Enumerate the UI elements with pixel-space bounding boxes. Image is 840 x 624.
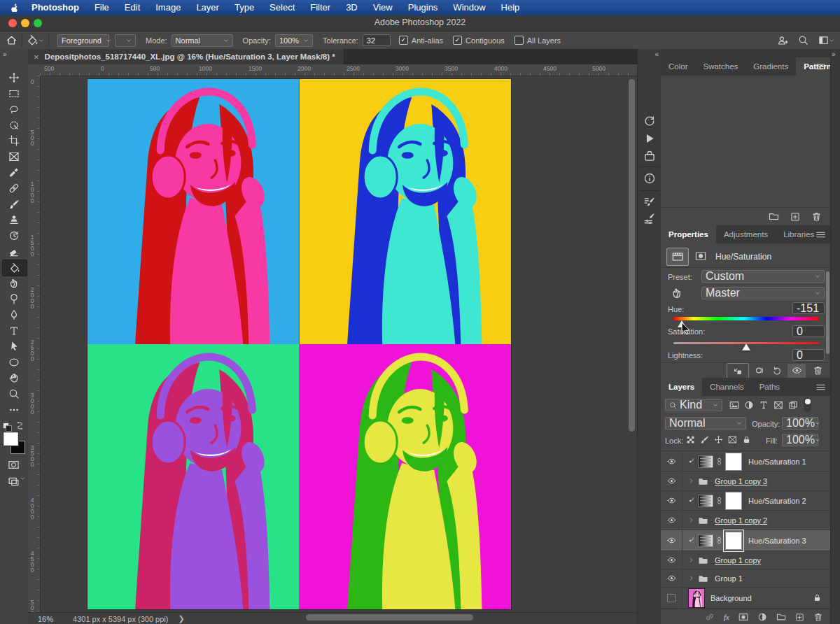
panel-info-button[interactable] bbox=[643, 172, 656, 185]
layer-row-hue-saturation-3[interactable]: Hue/Saturation 3 bbox=[661, 530, 830, 551]
layer-name[interactable]: Group 1 bbox=[715, 574, 743, 583]
tool-object-selection[interactable] bbox=[2, 118, 26, 133]
menu-photoshop[interactable]: Photoshop bbox=[30, 0, 87, 15]
menu-help[interactable]: Help bbox=[493, 0, 528, 15]
panel-brushes-button[interactable] bbox=[643, 212, 656, 225]
layers-panel-menu-icon[interactable] bbox=[816, 383, 826, 391]
quadrant-top-left[interactable] bbox=[88, 79, 300, 344]
checkbox-contiguous[interactable]: ✓Contiguous bbox=[453, 36, 505, 45]
lock-transparency-button[interactable] bbox=[686, 435, 696, 445]
tool-healing-brush[interactable] bbox=[2, 180, 26, 196]
layer-name[interactable]: Hue/Saturation 2 bbox=[748, 497, 806, 505]
layer-mask-thumbnail[interactable] bbox=[725, 532, 742, 550]
screen-mode-button[interactable] bbox=[8, 476, 25, 488]
tab-swatches[interactable]: Swatches bbox=[695, 57, 746, 76]
apple-menu[interactable] bbox=[10, 3, 20, 13]
tool-brush[interactable] bbox=[2, 197, 26, 212]
layer-opacity-dropdown[interactable]: 100% bbox=[782, 417, 818, 430]
layer-row-group-1-copy-3[interactable]: Group 1 copy 3 bbox=[661, 471, 830, 491]
document-image[interactable] bbox=[88, 79, 511, 609]
tool-smudge[interactable] bbox=[2, 276, 26, 291]
delete-layer-button[interactable] bbox=[813, 612, 823, 622]
close-document-icon[interactable]: × bbox=[34, 52, 39, 62]
tab-libraries[interactable]: Libraries bbox=[776, 225, 822, 243]
expand-group-icon[interactable] bbox=[688, 575, 694, 581]
checkbox-all-layers[interactable]: All Layers bbox=[514, 36, 561, 45]
tool-more[interactable] bbox=[2, 402, 26, 418]
expand-group-icon[interactable] bbox=[688, 517, 694, 523]
mode-dropdown[interactable]: Normal bbox=[172, 34, 233, 47]
new-layer-button[interactable] bbox=[795, 613, 804, 622]
expand-dock-icon[interactable]: » bbox=[832, 50, 836, 58]
tool-ellipse[interactable] bbox=[2, 355, 26, 370]
panel-history-button[interactable] bbox=[643, 115, 656, 127]
filter-pixel-layers-button[interactable] bbox=[729, 400, 739, 410]
home-button[interactable] bbox=[6, 34, 18, 46]
hue-value-input[interactable]: -151 bbox=[792, 302, 825, 314]
layer-thumbnail[interactable] bbox=[688, 588, 705, 608]
link-layers-button[interactable] bbox=[705, 612, 715, 622]
menu-select[interactable]: Select bbox=[262, 0, 302, 15]
tool-lasso[interactable] bbox=[2, 101, 26, 117]
delete-adjustment-button[interactable] bbox=[813, 365, 823, 376]
clip-to-layer-button[interactable] bbox=[727, 363, 749, 378]
adjustment-properties-button[interactable] bbox=[666, 248, 689, 266]
lock-all-button[interactable] bbox=[742, 435, 752, 445]
blend-mode-dropdown[interactable]: Normal bbox=[665, 417, 746, 430]
menu-image[interactable]: Image bbox=[148, 0, 188, 15]
panel-libraries-button[interactable] bbox=[643, 150, 656, 162]
panel-brush-settings-button[interactable] bbox=[643, 196, 656, 208]
lightness-value-input[interactable]: 0 bbox=[792, 349, 825, 361]
channel-dropdown[interactable]: Master bbox=[701, 287, 825, 299]
layer-row-hue-saturation-2[interactable]: Hue/Saturation 2 bbox=[661, 491, 830, 511]
properties-panel-menu-icon[interactable] bbox=[816, 231, 826, 239]
tool-clone-stamp[interactable] bbox=[2, 212, 26, 227]
patterns-panel-menu-icon[interactable] bbox=[816, 63, 826, 71]
expand-group-icon[interactable] bbox=[688, 557, 694, 563]
menu-filter[interactable]: Filter bbox=[302, 0, 338, 15]
layer-visibility-toggle[interactable] bbox=[661, 574, 682, 583]
targeted-adjustment-button[interactable] bbox=[671, 287, 689, 302]
tool-icon-button[interactable] bbox=[27, 34, 44, 46]
new-pattern-group-button[interactable] bbox=[769, 211, 779, 222]
layer-row-background[interactable]: Background bbox=[661, 588, 830, 609]
menu-plugins[interactable]: Plugins bbox=[400, 0, 446, 15]
layer-name[interactable]: Group 1 copy bbox=[715, 556, 761, 565]
tab-paths[interactable]: Paths bbox=[752, 378, 788, 396]
foreground-color-swatch[interactable] bbox=[4, 432, 18, 446]
layer-row-hue-saturation-1[interactable]: Hue/Saturation 1 bbox=[661, 452, 830, 471]
status-chevron-icon[interactable]: ❯ bbox=[178, 614, 184, 623]
tab-gradients[interactable]: Gradients bbox=[746, 57, 796, 76]
tool-path-selection[interactable] bbox=[2, 339, 26, 354]
fill-source-dropdown[interactable]: Foreground bbox=[57, 34, 109, 47]
lock-artboard-button[interactable] bbox=[728, 435, 738, 445]
saturation-value-input[interactable]: 0 bbox=[792, 325, 825, 337]
document-tab[interactable]: × Depositphotos_518717440_XL.jpg @ 16% (… bbox=[28, 49, 344, 64]
opacity-dropdown[interactable]: 100% bbox=[275, 34, 313, 47]
adjustment-thumbnail[interactable] bbox=[698, 455, 713, 468]
layer-visibility-toggle[interactable] bbox=[661, 594, 682, 602]
swap-colors-icon[interactable] bbox=[15, 421, 24, 430]
tool-crop[interactable] bbox=[2, 133, 26, 148]
tool-type[interactable] bbox=[2, 323, 26, 339]
quick-mask-button[interactable] bbox=[8, 459, 20, 471]
filter-shape-layers-button[interactable] bbox=[774, 400, 783, 410]
tool-frame[interactable] bbox=[2, 149, 26, 164]
canvas-area[interactable]: 5000500100015002000250030003500400045005… bbox=[28, 64, 637, 612]
layer-name[interactable]: Group 1 copy 3 bbox=[715, 477, 767, 485]
layer-row-group-1[interactable]: Group 1 bbox=[661, 569, 830, 588]
tool-eraser[interactable] bbox=[2, 244, 26, 260]
masks-properties-button[interactable] bbox=[692, 248, 710, 264]
filter-kind-dropdown[interactable]: Kind bbox=[665, 399, 722, 411]
layer-name[interactable]: Hue/Saturation 1 bbox=[748, 458, 806, 466]
tool-history-brush[interactable] bbox=[2, 228, 26, 243]
menu-window[interactable]: Window bbox=[445, 0, 493, 15]
vertical-scrollbar[interactable] bbox=[629, 79, 635, 432]
tool-dodge[interactable] bbox=[2, 291, 26, 306]
adjustment-thumbnail[interactable] bbox=[698, 534, 713, 547]
zoom-level[interactable]: 16% bbox=[38, 615, 53, 623]
share-button[interactable] bbox=[777, 35, 788, 46]
collapse-tools-icon[interactable]: » bbox=[3, 50, 7, 58]
tolerance-input[interactable]: 32 bbox=[363, 34, 391, 46]
workspace-switcher[interactable] bbox=[818, 35, 834, 45]
